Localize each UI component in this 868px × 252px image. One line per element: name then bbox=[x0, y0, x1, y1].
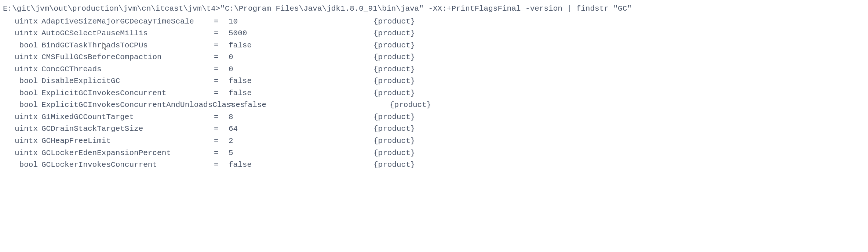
flag-row: uintxGCDrainStackTargetSize=64{product} bbox=[3, 123, 868, 135]
flag-name: GCHeapFreeLimit bbox=[41, 135, 214, 147]
flag-value: false bbox=[243, 99, 390, 111]
flag-name: G1MixedGCCountTarget bbox=[41, 111, 214, 123]
flag-eq: = bbox=[214, 40, 229, 52]
flag-row: uintxConcGCThreads=0{product} bbox=[3, 64, 868, 76]
flag-scope: {product} bbox=[373, 40, 415, 52]
flag-scope: {product} bbox=[373, 16, 415, 28]
flag-value: false bbox=[229, 75, 373, 87]
flag-type: uintx bbox=[3, 28, 41, 40]
flag-value: 64 bbox=[229, 123, 373, 135]
flag-scope: {product} bbox=[373, 111, 415, 123]
flag-name: BindGCTaskThreadsToCPUs bbox=[41, 40, 214, 52]
flag-name: GCDrainStackTargetSize bbox=[41, 123, 214, 135]
flag-row: uintxAutoGCSelectPauseMillis=5000{produc… bbox=[3, 28, 868, 40]
flag-scope: {product} bbox=[373, 28, 415, 40]
flag-type: bool bbox=[3, 75, 41, 87]
flag-name: GCLockerEdenExpansionPercent bbox=[41, 147, 214, 159]
flag-row: uintxG1MixedGCCountTarget=8{product} bbox=[3, 111, 868, 123]
flag-type: bool bbox=[3, 40, 41, 52]
flag-row: boolBindGCTaskThreadsToCPUs=false{produc… bbox=[3, 40, 868, 52]
flag-scope: {product} bbox=[373, 135, 415, 147]
flag-eq: = bbox=[214, 159, 229, 171]
flag-scope: {product} bbox=[373, 64, 415, 76]
flag-eq: = bbox=[214, 111, 229, 123]
flag-scope: {product} bbox=[373, 159, 415, 171]
flag-value: false bbox=[229, 40, 373, 52]
flag-type: bool bbox=[3, 159, 41, 171]
flag-eq: = bbox=[214, 16, 229, 28]
flag-scope: {product} bbox=[373, 123, 415, 135]
flag-type: uintx bbox=[3, 16, 41, 28]
flag-row: boolExplicitGCInvokesConcurrent=false{pr… bbox=[3, 87, 868, 100]
flag-value: 8 bbox=[229, 111, 373, 123]
flag-scope: {product} bbox=[373, 87, 415, 100]
flag-scope: {product} bbox=[373, 75, 415, 87]
flag-row: boolExplicitGCInvokesConcurrentAndUnload… bbox=[3, 99, 868, 111]
flag-scope: {product} bbox=[373, 51, 415, 64]
flag-eq: = bbox=[214, 51, 229, 64]
flag-value: 0 bbox=[229, 51, 373, 64]
flag-eq: = bbox=[214, 123, 229, 135]
flag-eq: = bbox=[214, 135, 229, 147]
command-line: E:\git\jvm\out\production\jvm\cn\itcast\… bbox=[3, 3, 868, 15]
flag-eq: = bbox=[214, 87, 229, 100]
flag-value: 2 bbox=[229, 135, 373, 147]
flag-row: uintxGCHeapFreeLimit=2{product} bbox=[3, 135, 868, 147]
flag-type: uintx bbox=[3, 51, 41, 64]
flag-eq: = bbox=[214, 64, 229, 76]
flag-row: boolGCLockerInvokesConcurrent=false{prod… bbox=[3, 159, 868, 171]
flag-name: AutoGCSelectPauseMillis bbox=[41, 28, 214, 40]
flag-eq: = bbox=[214, 147, 229, 159]
flag-value: false bbox=[229, 159, 373, 171]
flag-scope: {product} bbox=[390, 99, 431, 111]
flag-eq: = bbox=[214, 75, 229, 87]
flag-name: ConcGCThreads bbox=[41, 64, 214, 76]
flag-eq: = bbox=[229, 99, 243, 111]
flag-type: uintx bbox=[3, 135, 41, 147]
flag-row: uintxGCLockerEdenExpansionPercent=5{prod… bbox=[3, 147, 868, 159]
flag-scope: {product} bbox=[373, 147, 415, 159]
flag-row: uintxAdaptiveSizeMajorGCDecayTimeScale=1… bbox=[3, 16, 868, 28]
flag-type: bool bbox=[3, 99, 41, 111]
flag-name: ExplicitGCInvokesConcurrentAndUnloadsCla… bbox=[41, 99, 229, 111]
flag-row: uintxCMSFullGCsBeforeCompaction=0{produc… bbox=[3, 51, 868, 64]
flag-name: ExplicitGCInvokesConcurrent bbox=[41, 87, 214, 100]
flag-value: 5 bbox=[229, 147, 373, 159]
flag-row: boolDisableExplicitGC=false{product} bbox=[3, 75, 868, 87]
flag-type: uintx bbox=[3, 123, 41, 135]
flag-value: 5000 bbox=[229, 28, 373, 40]
flag-value: 10 bbox=[229, 16, 373, 28]
flag-name: DisableExplicitGC bbox=[41, 75, 214, 87]
flag-list: uintxAdaptiveSizeMajorGCDecayTimeScale=1… bbox=[3, 16, 868, 171]
flag-eq: = bbox=[214, 28, 229, 40]
flag-type: bool bbox=[3, 87, 41, 100]
flag-value: 0 bbox=[229, 64, 373, 76]
flag-name: AdaptiveSizeMajorGCDecayTimeScale bbox=[41, 16, 214, 28]
flag-type: uintx bbox=[3, 147, 41, 159]
flag-name: CMSFullGCsBeforeCompaction bbox=[41, 51, 214, 64]
flag-type: uintx bbox=[3, 64, 41, 76]
flag-type: uintx bbox=[3, 111, 41, 123]
flag-value: false bbox=[229, 87, 373, 100]
flag-name: GCLockerInvokesConcurrent bbox=[41, 159, 214, 171]
